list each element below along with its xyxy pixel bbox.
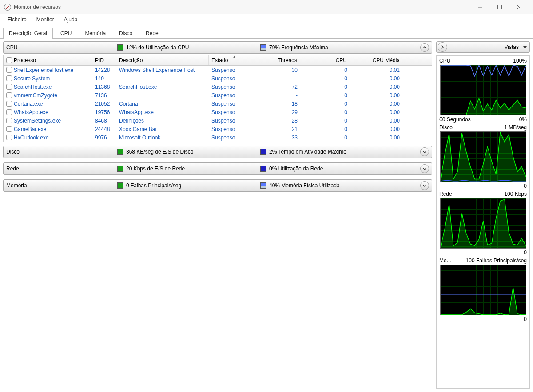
row-checkbox[interactable] — [6, 101, 12, 107]
cell-state: Suspenso — [209, 66, 260, 74]
views-bar: Vistas — [436, 41, 530, 53]
cell-threads: - — [260, 74, 300, 83]
table-row[interactable]: Cortana.exe21052CortanaSuspenso1800.00 — [4, 99, 432, 108]
cell-threads: 29 — [260, 108, 300, 116]
swatch-icon — [260, 182, 266, 189]
swatch-icon — [260, 166, 266, 172]
graph-cpu-xlabel: 60 Segundos — [439, 116, 471, 123]
cell-process: GameBar.exe — [14, 126, 46, 132]
cell-cpu: 0 — [300, 125, 350, 133]
cell-process: vmmemCmZygote — [14, 92, 57, 99]
menu-monitor[interactable]: Monitor — [32, 15, 59, 24]
table-row[interactable]: SearchHost.exe11368SearchHost.exeSuspens… — [4, 83, 432, 91]
views-label: Vistas — [505, 44, 521, 50]
graph-disk-canvas — [440, 131, 526, 182]
graph-disk-max: 1 MB/seg — [504, 124, 527, 131]
collapse-button[interactable] — [420, 43, 429, 52]
maximize-button[interactable] — [490, 0, 509, 14]
col-pid[interactable]: PID — [92, 55, 116, 65]
expand-button[interactable] — [420, 164, 429, 173]
graph-memory-min: 0 — [524, 316, 527, 322]
cell-threads: 33 — [260, 133, 300, 142]
section-disk-header[interactable]: Disco 368 KB/seg de E/S de Disco 2% Temp… — [3, 146, 432, 158]
swatch-icon — [260, 149, 266, 155]
cell-threads: 72 — [260, 83, 300, 91]
col-desc[interactable]: Descrição — [116, 55, 209, 65]
cell-pid: 11368 — [92, 83, 116, 91]
cell-cpu: 0 — [300, 66, 350, 74]
col-threads[interactable]: Threads — [260, 55, 300, 65]
svg-marker-4 — [523, 46, 527, 48]
row-checkbox[interactable] — [6, 135, 12, 140]
menu-file[interactable]: Ficheiro — [3, 15, 31, 24]
cell-process: WhatsApp.exe — [14, 109, 48, 115]
tab-disk[interactable]: Disco — [113, 28, 138, 39]
cell-desc: Cortana — [116, 99, 209, 108]
col-process[interactable]: Processo — [4, 55, 92, 65]
cell-threads: 21 — [260, 125, 300, 133]
graph-memory-title: Me... — [439, 257, 451, 264]
section-network-header[interactable]: Rede 20 Kbps de E/S de Rede 0% Utilizaçã… — [3, 162, 432, 175]
close-button[interactable] — [509, 0, 529, 14]
header-checkbox[interactable] — [6, 57, 12, 63]
section-memory-header[interactable]: Memória 0 Falhas Principais/seg 40% Memó… — [3, 179, 432, 192]
col-cpu[interactable]: CPU — [300, 55, 350, 65]
views-dropdown[interactable] — [521, 43, 529, 51]
menu-help[interactable]: Ajuda — [60, 15, 82, 24]
table-row[interactable]: HxOutlook.exe9976Microsoft OutlookSuspen… — [4, 133, 432, 142]
table-row[interactable]: ShellExperienceHost.exe14228Windows Shel… — [4, 66, 432, 74]
cell-avg: 0.00 — [350, 108, 402, 116]
tab-network[interactable]: Rede — [140, 28, 164, 39]
col-state[interactable]: ▲Estado — [209, 55, 260, 65]
table-row[interactable]: SystemSettings.exe8468DefiniçõesSuspenso… — [4, 116, 432, 125]
graphs-container[interactable]: CPU 100% 60 Segundos 0% Disco 1 MB/seg — [436, 55, 530, 389]
section-cpu-header[interactable]: CPU 12% de Utilização da CPU 79% Frequên… — [3, 41, 432, 54]
cell-desc: WhatsApp.exe — [116, 108, 209, 116]
net-util-label: 0% Utilização da Rede — [269, 166, 323, 172]
table-body: ShellExperienceHost.exe14228Windows Shel… — [4, 66, 432, 142]
table-row[interactable]: Secure System140Suspenso-00.00 — [4, 74, 432, 83]
row-checkbox[interactable] — [6, 92, 12, 98]
row-checkbox[interactable] — [6, 126, 12, 132]
graph-disk-min: 0 — [524, 183, 527, 189]
cell-cpu: 0 — [300, 83, 350, 91]
cell-cpu: 0 — [300, 74, 350, 83]
cpu-util-label: 12% de Utilização da CPU — [126, 44, 189, 51]
cell-cpu: 0 — [300, 116, 350, 125]
expand-pane-button[interactable] — [438, 42, 447, 52]
tab-memory[interactable]: Memória — [79, 28, 111, 39]
cell-process: HxOutlook.exe — [14, 135, 49, 141]
graph-network-min: 0 — [524, 249, 527, 256]
section-cpu-title: CPU — [6, 44, 117, 51]
overview-pane: CPU 12% de Utilização da CPU 79% Frequên… — [0, 39, 434, 392]
table-row[interactable]: WhatsApp.exe19756WhatsApp.exeSuspenso290… — [4, 108, 432, 116]
cell-process: SearchHost.exe — [14, 84, 52, 90]
cell-desc: Xbox Game Bar — [116, 125, 209, 133]
row-checkbox[interactable] — [6, 67, 12, 73]
cell-threads: - — [260, 91, 300, 99]
cell-desc: Windows Shell Experience Host — [116, 66, 209, 74]
row-checkbox[interactable] — [6, 75, 12, 81]
process-table: Processo PID Descrição ▲Estado Threads C… — [3, 55, 432, 142]
row-checkbox[interactable] — [6, 84, 12, 90]
table-row[interactable]: vmmemCmZygote7136Suspenso-00.00 — [4, 91, 432, 99]
row-checkbox[interactable] — [6, 118, 12, 123]
col-avg[interactable]: CPU Média — [350, 55, 402, 65]
graph-cpu: CPU 100% 60 Segundos 0% — [438, 58, 528, 123]
cell-avg: 0.00 — [350, 125, 402, 133]
tab-overview[interactable]: Descrição Geral — [3, 28, 53, 39]
cell-pid: 9976 — [92, 133, 116, 142]
tab-cpu[interactable]: CPU — [55, 28, 77, 39]
cell-process: ShellExperienceHost.exe — [14, 67, 73, 73]
expand-button[interactable] — [420, 181, 429, 190]
expand-button[interactable] — [420, 147, 429, 156]
graph-network-max: 100 Kbps — [504, 191, 527, 197]
cell-desc: Microsoft Outlook — [116, 133, 209, 142]
minimize-button[interactable] — [470, 0, 490, 14]
cpu-freq-label: 79% Frequência Máxima — [269, 44, 328, 51]
graph-disk: Disco 1 MB/seg 0 — [438, 124, 528, 189]
table-row[interactable]: GameBar.exe24448Xbox Game BarSuspenso210… — [4, 125, 432, 133]
cell-avg: 0.00 — [350, 91, 402, 99]
cell-desc — [116, 74, 209, 83]
row-checkbox[interactable] — [6, 109, 12, 115]
